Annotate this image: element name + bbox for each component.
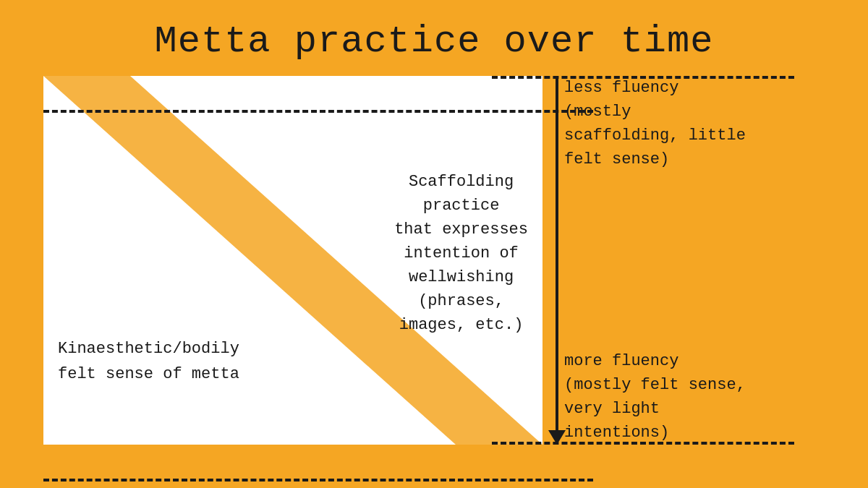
diagram-box: Scaffolding practice that expresses inte… [43, 76, 542, 445]
less-fluency-label: less fluency (mostly scaffolding, little… [564, 76, 746, 171]
right-annotations: less fluency (mostly scaffolding, little… [542, 76, 817, 445]
main-diagram: Scaffolding practice that expresses inte… [0, 76, 868, 445]
page-title: Metta practice over time [0, 0, 868, 76]
top-dashed-line [43, 110, 593, 113]
kinaesthetic-text: Kinaesthetic/bodily felt sense of metta [58, 336, 239, 387]
arrow-line [556, 76, 558, 431]
time-arrow [548, 76, 566, 445]
bottom-dashed-line [43, 479, 593, 481]
more-fluency-label: more fluency (mostly felt sense, very li… [564, 349, 746, 445]
scaffolding-text: Scaffolding practice that expresses inte… [394, 170, 528, 337]
